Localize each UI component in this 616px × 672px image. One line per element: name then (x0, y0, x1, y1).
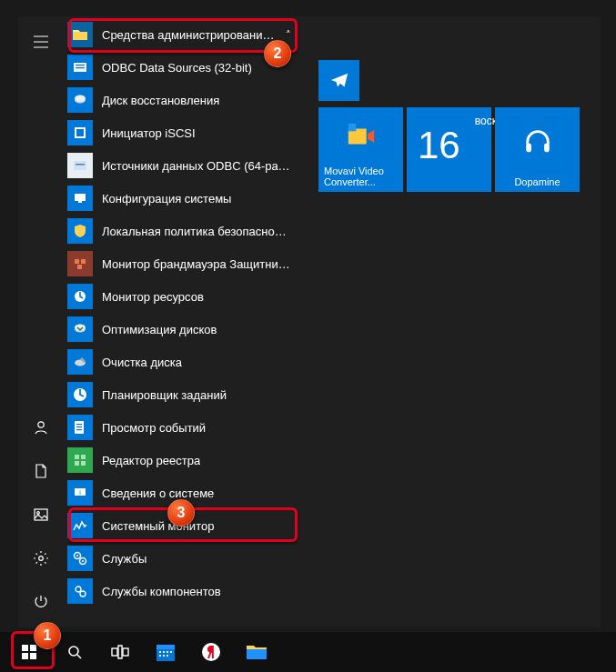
tile-telegram[interactable] (318, 60, 359, 101)
svg-rect-6 (76, 67, 85, 68)
task-view-icon (111, 644, 129, 660)
svg-rect-44 (30, 645, 36, 651)
folder-icon (67, 22, 93, 47)
svg-point-36 (82, 560, 84, 562)
svg-point-8 (75, 95, 86, 102)
list-item[interactable]: Системный монитор (64, 509, 298, 542)
svg-point-37 (76, 587, 81, 592)
svg-rect-45 (22, 653, 28, 659)
svg-rect-54 (167, 651, 168, 653)
app-list: Средства администрирования... ˄ ODBC Dat… (64, 16, 298, 627)
svg-point-35 (76, 555, 78, 557)
svg-rect-24 (76, 424, 82, 425)
svg-rect-16 (81, 259, 86, 264)
svg-rect-26 (76, 429, 82, 430)
svg-rect-41 (526, 144, 531, 153)
folder-icon (246, 642, 268, 662)
svg-rect-28 (81, 455, 86, 459)
app-icon: i (67, 480, 93, 506)
app-icon (67, 415, 93, 440)
list-item[interactable]: Монитор ресурсов (64, 280, 298, 313)
app-icon (67, 316, 93, 342)
tile-movavi[interactable]: Movavi Video Converter... (318, 107, 403, 192)
svg-rect-55 (170, 651, 172, 653)
app-icon (67, 87, 93, 113)
documents-icon[interactable] (18, 449, 64, 493)
svg-rect-25 (76, 426, 82, 427)
svg-rect-10 (76, 129, 84, 136)
list-item[interactable]: Диск восстановления (64, 84, 298, 116)
taskbar-yandex[interactable] (189, 632, 233, 672)
list-item[interactable]: Оптимизация дисков (64, 313, 298, 346)
app-icon (67, 382, 93, 407)
svg-rect-51 (157, 645, 175, 649)
svg-rect-14 (78, 201, 82, 203)
settings-icon[interactable] (18, 537, 64, 580)
app-icon (67, 120, 93, 145)
app-icon (67, 578, 93, 604)
svg-rect-49 (123, 648, 128, 656)
telegram-icon (318, 60, 359, 101)
svg-rect-30 (81, 461, 86, 466)
group-label: Средства администрирования... (102, 28, 277, 42)
list-item[interactable]: Инициатор iSCSI (64, 116, 298, 149)
taskbar-calendar[interactable] (144, 632, 187, 672)
app-icon (67, 284, 93, 309)
list-item[interactable]: ODBC Data Sources (32-bit) (64, 51, 298, 84)
start-button[interactable] (7, 632, 51, 672)
svg-rect-12 (76, 164, 85, 165)
tile-calendar[interactable]: 16 воскресенье (407, 107, 491, 192)
list-item[interactable]: Просмотр событий (64, 411, 298, 444)
app-icon (67, 251, 93, 276)
taskbar-explorer[interactable] (235, 632, 278, 672)
svg-point-3 (39, 557, 44, 561)
list-item[interactable]: Монитор брандмауэра Защитник... (64, 247, 298, 280)
power-icon[interactable] (18, 580, 64, 624)
list-item[interactable]: Конфигурация системы (64, 182, 298, 215)
svg-rect-43 (22, 645, 28, 651)
svg-rect-57 (163, 655, 165, 657)
list-item[interactable]: Локальная политика безопасности (64, 215, 298, 247)
svg-point-38 (80, 591, 86, 597)
list-item[interactable]: Планировщик заданий (64, 378, 298, 411)
app-icon (67, 447, 93, 473)
svg-rect-11 (74, 161, 86, 170)
group-admin-tools[interactable]: Средства администрирования... ˄ (64, 18, 298, 51)
calendar-icon (155, 641, 177, 663)
app-icon (67, 218, 93, 244)
start-tiles: Movavi Video Converter... 16 воскресенье… (298, 16, 601, 627)
services-icon (67, 546, 93, 571)
user-icon[interactable] (18, 406, 64, 449)
list-item[interactable]: Службы компонентов (64, 575, 298, 607)
list-item[interactable]: iСведения о системе (64, 476, 298, 509)
tile-dopamine[interactable]: Dopamine (495, 107, 580, 192)
windows-icon (21, 644, 37, 660)
headphones-icon (495, 107, 580, 176)
svg-rect-48 (112, 648, 117, 656)
pictures-icon[interactable] (18, 493, 64, 537)
svg-rect-46 (30, 653, 36, 659)
app-icon (67, 186, 93, 211)
svg-rect-17 (77, 265, 82, 269)
taskbar (0, 632, 616, 672)
search-button[interactable] (53, 632, 96, 672)
list-item[interactable]: Очистка диска (64, 346, 298, 378)
search-icon (66, 644, 83, 660)
list-item[interactable]: Источники данных ODBC (64-раз... (64, 149, 298, 182)
svg-rect-40 (348, 124, 356, 132)
app-icon (67, 153, 93, 178)
app-icon (67, 513, 93, 538)
svg-rect-42 (544, 144, 550, 153)
svg-rect-1 (35, 509, 47, 520)
svg-rect-13 (75, 194, 86, 201)
app-services[interactable]: Службы (64, 542, 298, 575)
calendar-day-number: 16 (407, 107, 470, 167)
tile-label: Movavi Video Converter... (318, 165, 403, 192)
svg-point-0 (38, 422, 44, 427)
svg-rect-58 (167, 655, 168, 657)
svg-rect-53 (163, 651, 165, 653)
hamburger-icon[interactable] (18, 20, 64, 64)
svg-rect-29 (75, 461, 79, 466)
list-item[interactable]: Редактор реестра (64, 444, 298, 476)
task-view-button[interactable] (98, 632, 142, 672)
